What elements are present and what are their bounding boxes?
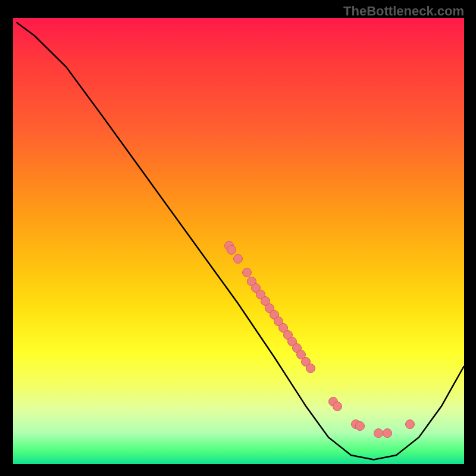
data-point: [233, 254, 243, 264]
data-point: [242, 268, 252, 277]
data-point: [227, 245, 236, 255]
data-point: [374, 428, 383, 438]
data-point: [383, 428, 392, 438]
data-point: [405, 419, 415, 429]
data-point: [333, 402, 342, 411]
watermark-text: TheBottleneck.com: [343, 4, 464, 19]
data-point: [355, 421, 365, 431]
plot-area: [12, 18, 464, 464]
x-axis: [12, 464, 464, 465]
curve-line: [12, 18, 464, 464]
data-point: [306, 364, 315, 373]
y-axis: [12, 18, 13, 464]
